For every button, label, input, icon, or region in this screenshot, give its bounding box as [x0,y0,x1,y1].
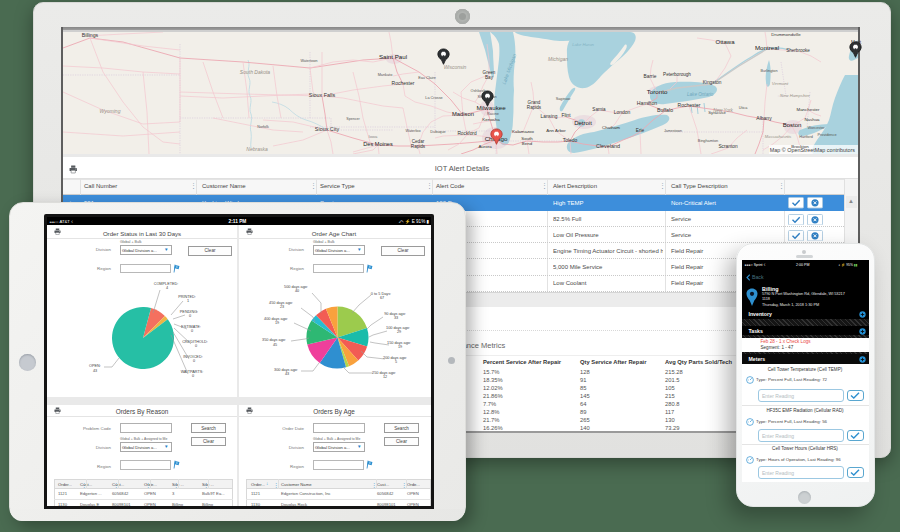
svg-text:Lake Huron: Lake Huron [572,42,594,47]
svg-text:Map © OpenStreetMap contributo: Map © OpenStreetMap contributors [770,147,855,153]
